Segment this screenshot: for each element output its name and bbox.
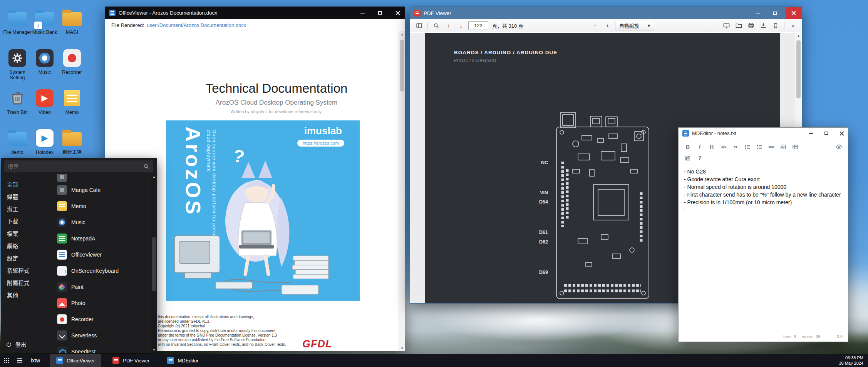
- desktop-icon-magi[interactable]: MAGI: [58, 8, 86, 35]
- taskbar-item-mdeditor[interactable]: MDEditor: [161, 354, 204, 367]
- scroll-up-icon[interactable]: ▲: [399, 31, 405, 37]
- ordered-list-button[interactable]: [754, 142, 765, 152]
- start-menu-search[interactable]: [4, 160, 153, 172]
- presentation-mode-button[interactable]: [721, 21, 731, 31]
- save-button[interactable]: [682, 153, 693, 163]
- open-file-button[interactable]: [734, 21, 744, 31]
- italic-button[interactable]: I: [694, 142, 705, 152]
- desktop-icon-folder[interactable]: 創新工場: [58, 128, 86, 155]
- app-item-recorder[interactable]: Recorder: [53, 311, 150, 327]
- more-tools-button[interactable]: »: [788, 21, 798, 31]
- category-media[interactable]: 媒體: [1, 190, 53, 202]
- scroll-up-icon[interactable]: ▲: [795, 33, 802, 39]
- app-item-partial[interactable]: [53, 174, 150, 182]
- close-button[interactable]: [786, 7, 802, 19]
- app-grid-icon[interactable]: [0, 354, 13, 367]
- maximize-button[interactable]: [820, 128, 833, 139]
- mdeditor-titlebar[interactable]: MDEditor - notes.txt: [679, 128, 848, 139]
- bookmark-button[interactable]: [771, 21, 781, 31]
- folder-icon: [7, 8, 28, 28]
- taskbar-item-officeviewer[interactable]: OfficeViewer: [50, 354, 101, 367]
- license-badge: GFDL: [302, 338, 332, 350]
- scrollbar-thumb[interactable]: [400, 40, 404, 92]
- desktop-icon-trash-bin[interactable]: Trash Bin: [3, 88, 32, 115]
- search-icon[interactable]: [431, 21, 441, 31]
- desktop-icon-system-setting[interactable]: System Setting: [3, 48, 32, 81]
- scrollbar-thumb[interactable]: [152, 237, 156, 291]
- heading-button[interactable]: H: [706, 142, 717, 152]
- zoom-select[interactable]: 自動縮放 ▾: [615, 21, 655, 30]
- markdown-editor-textarea[interactable]: - No G28 - Gcode rewrite after Cura exor…: [679, 164, 848, 331]
- table-button[interactable]: [790, 142, 801, 152]
- zoom-in-button[interactable]: +: [603, 21, 613, 31]
- download-button[interactable]: [758, 21, 768, 31]
- zoom-out-button[interactable]: −: [590, 21, 600, 31]
- category-others[interactable]: 其他: [1, 289, 53, 301]
- maximize-button[interactable]: [373, 7, 387, 19]
- desktop-icon-memo[interactable]: Memo: [58, 88, 86, 115]
- scroll-up-icon[interactable]: ▲: [151, 175, 157, 178]
- desktop-icon-holodex[interactable]: ▶ Holodex: [30, 128, 59, 155]
- app-item-officeviewer[interactable]: OfficeViewer: [53, 247, 150, 263]
- record-icon: [63, 49, 81, 67]
- app-item-photo[interactable]: Photo: [53, 295, 150, 311]
- minimize-button[interactable]: [355, 7, 370, 19]
- desktop-icon-video[interactable]: ▶ Video: [30, 88, 59, 115]
- page-number-input[interactable]: [468, 21, 488, 30]
- app-item-onscreenkeyboard[interactable]: OnScreenKeyboard: [53, 263, 150, 279]
- quote-button[interactable]: ”: [730, 142, 741, 152]
- app-item-notepada[interactable]: NotepadA: [53, 230, 150, 247]
- desktop-icon-music-bank[interactable]: ♪ Music Bank: [30, 8, 59, 35]
- scrollbar-thumb[interactable]: [796, 40, 801, 98]
- words-count: words: 35: [802, 334, 821, 339]
- taskbar-clock[interactable]: 06:38 PM 30 May 2024: [839, 355, 863, 366]
- category-system[interactable]: 系統程式: [1, 264, 53, 276]
- close-button[interactable]: [836, 128, 848, 139]
- category-files[interactable]: 檔案: [1, 227, 53, 239]
- print-button[interactable]: [746, 21, 756, 31]
- taskbar-item-pdfviewer[interactable]: PDF Viewer: [106, 354, 156, 367]
- image-button[interactable]: [778, 142, 789, 152]
- pdfviewer-titlebar[interactable]: PDF Viewer: [410, 7, 802, 19]
- officeviewer-titlebar[interactable]: OfficeViewer - Arozos Documentation.docx: [105, 7, 405, 19]
- category-accessories[interactable]: 附屬程式: [1, 276, 53, 289]
- minimize-button[interactable]: [750, 7, 765, 19]
- app-item-speedtest[interactable]: Speedtest: [53, 344, 150, 353]
- desktop-icon-label: Holodex: [30, 150, 59, 155]
- desktop-icon-recorder[interactable]: Recorder: [58, 48, 86, 75]
- code-button[interactable]: </>: [718, 142, 729, 152]
- preview-eye-button[interactable]: [833, 142, 844, 152]
- start-menu-scrollbar[interactable]: ▲ ▼: [151, 174, 157, 353]
- previous-page-button[interactable]: ↑: [444, 21, 454, 31]
- app-item-paint[interactable]: Paint: [53, 279, 150, 295]
- category-all[interactable]: 全部: [1, 178, 53, 190]
- file-path-link[interactable]: user:/Document/Arozos Documentation.docx: [147, 22, 246, 28]
- scroll-down-icon[interactable]: ▼: [151, 348, 157, 352]
- unordered-list-button[interactable]: [742, 142, 753, 152]
- desktop-icon-music[interactable]: Music: [30, 48, 59, 75]
- category-settings[interactable]: 設定: [1, 252, 53, 264]
- category-office[interactable]: 辦工: [1, 202, 53, 215]
- app-item-music[interactable]: Music: [53, 214, 150, 230]
- link-button[interactable]: [766, 142, 777, 152]
- category-download[interactable]: 下載: [1, 215, 53, 227]
- toggle-sidebar-button[interactable]: [414, 21, 424, 31]
- desktop-icon-file-manager[interactable]: File Manager: [3, 8, 32, 35]
- minimize-button[interactable]: [805, 128, 817, 139]
- desktop-icon-demo[interactable]: demo: [3, 128, 32, 155]
- logout-button[interactable]: 登出: [6, 340, 26, 348]
- help-button[interactable]: ?: [694, 153, 705, 163]
- username-label[interactable]: ixtw: [31, 357, 40, 364]
- document-scrollbar[interactable]: ▲ ▼: [399, 31, 405, 351]
- next-page-button[interactable]: ↓: [456, 21, 466, 31]
- app-item-manga-cafe[interactable]: Manga Cafe: [53, 182, 150, 198]
- search-input[interactable]: [8, 163, 143, 170]
- bold-button[interactable]: B: [682, 142, 693, 152]
- scroll-down-icon[interactable]: ▼: [399, 345, 405, 351]
- close-button[interactable]: [390, 7, 405, 19]
- app-item-serverless[interactable]: Serverless: [53, 327, 150, 344]
- maximize-button[interactable]: [768, 7, 783, 19]
- category-network[interactable]: 網絡: [1, 239, 53, 252]
- menu-hamburger-icon[interactable]: [13, 354, 26, 367]
- app-item-memo[interactable]: Memo: [53, 198, 150, 214]
